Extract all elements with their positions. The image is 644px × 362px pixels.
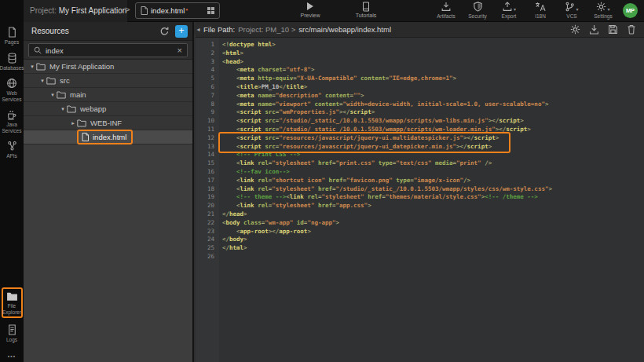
code-line-7[interactable]: 7 <meta name="description" content=""> [196, 92, 644, 101]
chevron-down-icon: ▾ [576, 6, 578, 12]
folder-icon [67, 105, 76, 113]
tree-item-my-first-application[interactable]: ▾My First Application [24, 60, 192, 74]
code-line-4[interactable]: 4 <meta charset="utf-8"> [196, 66, 644, 75]
sidebar-overflow-button[interactable]: ••• [0, 353, 24, 359]
editor-settings-gear-icon[interactable] [570, 24, 580, 35]
file-icon [141, 6, 148, 15]
code-line-10[interactable]: 10 <script src="/studio/_static_/10.0.1.… [196, 117, 644, 126]
java-services-cup-icon [6, 109, 17, 120]
code-line-15[interactable]: 15 <link rel="stylesheet" href="print.cs… [196, 159, 644, 168]
tab-index-html[interactable]: index.html * [135, 2, 220, 19]
search-input[interactable]: index × [28, 43, 188, 57]
delete-trash-icon[interactable] [627, 24, 636, 35]
vcs-branch-icon: ▾ [565, 2, 578, 12]
code-line-23[interactable]: 23 <app-root></app-root> [196, 228, 644, 236]
layout-grid-icon[interactable] [207, 7, 214, 14]
topbar-tool-security[interactable]: Security [467, 2, 488, 20]
clear-search-icon[interactable]: × [177, 46, 182, 54]
code-line-2[interactable]: 2<html> [196, 49, 644, 58]
file-path-project: Project: PM_10 > [238, 25, 295, 34]
caret-expanded-icon: ▾ [49, 92, 57, 98]
code-line-6[interactable]: 6 <title>PM_10</title> [196, 83, 644, 92]
resources-search-row: index × [24, 41, 192, 60]
code-line-14[interactable]: 14 <!-- Print CSS --> [196, 151, 644, 159]
save-file-icon[interactable] [608, 24, 618, 35]
add-resource-button[interactable]: + [175, 25, 188, 38]
tree-item-index-html[interactable]: index.html [24, 130, 192, 144]
sidebar-item-databases[interactable]: Databases [0, 53, 24, 71]
file-path-label: File Path: [203, 25, 235, 34]
file-path-bar: File Path: Project: PM_10 > src/main/web… [196, 22, 644, 38]
code-line-20[interactable]: 20 <link rel="stylesheet" href="app.css"… [196, 202, 644, 210]
sidebar-item-logs[interactable]: Logs [0, 324, 24, 343]
tree-item-web-inf[interactable]: ▸WEB-INF [24, 116, 192, 130]
topbar-tool-i18n[interactable]: I18N [529, 2, 551, 20]
file-icon [82, 133, 89, 141]
code-line-17[interactable]: 17 <link rel="shortcut icon" href="favic… [196, 177, 644, 185]
tutorials-book-icon [361, 2, 371, 12]
resources-title: Resources [31, 27, 69, 35]
project-name: My First Application [59, 6, 127, 15]
sidebar-item-web-services[interactable]: Web Services [0, 78, 24, 102]
topbar-tool-vcs[interactable]: ▾VCS [561, 2, 583, 20]
resources-header: Resources + [24, 22, 192, 41]
folder-icon [46, 77, 56, 85]
tree-item-webapp[interactable]: ▾webapp [24, 102, 192, 116]
preview-button[interactable]: Preview [292, 2, 328, 18]
tree-item-main[interactable]: ▾main [24, 88, 192, 102]
code-line-16[interactable]: 16 <!--fav icon--> [196, 168, 644, 177]
tutorials-button[interactable]: Tutorials [348, 2, 384, 18]
export-upload-icon: ▾ [502, 2, 516, 12]
folder-icon [77, 119, 86, 127]
project-breadcrumb: Project: My First Application [30, 6, 126, 15]
download-file-icon[interactable] [589, 24, 599, 35]
code-line-3[interactable]: 3<head> [196, 58, 644, 67]
code-line-8[interactable]: 8 <meta name="viewport" content="width=d… [196, 101, 644, 109]
code-line-25[interactable]: 25</html> [196, 244, 644, 253]
code-line-11[interactable]: 11 <script src="/studio/_static_/10.0.1.… [196, 126, 644, 134]
editor-area: ◂ File Path: Project: PM_10 > src/main/w… [196, 22, 644, 362]
web-services-globe-icon [6, 78, 17, 89]
code-line-26[interactable]: 26 [196, 253, 644, 261]
i18n-language-icon [535, 2, 547, 12]
sidebar-item-java-services[interactable]: Java Services [0, 109, 24, 133]
top-bar: Project: My First Application > index.ht… [0, 0, 644, 22]
code-line-22[interactable]: 22<body class="wm-app" id="ng-app"> [196, 219, 644, 228]
topbar-tool-artifacts[interactable]: Artifacts [435, 2, 457, 20]
user-avatar[interactable]: MP [623, 3, 638, 18]
tab-modified-marker: * [185, 7, 188, 14]
code-line-19[interactable]: 19 <!-- theme --><link rel="stylesheet" … [196, 193, 644, 202]
activity-sidebar: PagesDatabasesWeb ServicesJava ServicesA… [0, 0, 24, 362]
collapse-panel-icon[interactable]: ◂ [194, 24, 203, 35]
security-shield-icon [473, 2, 483, 12]
file-path-value: src/main/webapp/index.html [298, 25, 391, 34]
sidebar-item-apis[interactable]: APIs [0, 141, 24, 159]
code-line-5[interactable]: 5 <meta http-equiv="X-UA-Compatible" con… [196, 75, 644, 83]
caret-expanded-icon: ▾ [38, 78, 46, 84]
code-line-9[interactable]: 9 <script src="wmProperties.js"></script… [196, 108, 644, 117]
code-line-18[interactable]: 18 <link rel="stylesheet" href="/studio/… [196, 185, 644, 194]
logs-icon [7, 324, 17, 335]
play-icon [307, 2, 313, 10]
code-line-21[interactable]: 21</head> [196, 210, 644, 219]
refresh-icon[interactable] [159, 26, 170, 36]
tree-item-src[interactable]: ▾src [24, 74, 192, 88]
code-editor[interactable]: 1<!doctype html>2<html>3<head>4 <meta ch… [196, 38, 644, 362]
chevron-down-icon: ▾ [514, 6, 516, 12]
sidebar-item-pages[interactable]: Pages [0, 27, 24, 46]
topbar-tool-export[interactable]: ▾Export [498, 2, 520, 20]
chevron-down-icon: ▾ [607, 6, 609, 12]
databases-icon [7, 53, 17, 64]
caret-expanded-icon: ▾ [28, 64, 36, 70]
code-line-12[interactable]: 12 <script src="resources/javascript/jqu… [196, 134, 644, 143]
code-line-24[interactable]: 24</body> [196, 236, 644, 244]
sidebar-item-file-explorer[interactable]: File Explorer [0, 287, 24, 318]
file-tree: ▾My First Application▾src▾main▾webapp▸WE… [24, 60, 192, 144]
search-value: index [46, 46, 174, 55]
caret-collapsed-icon: ▸ [69, 120, 77, 126]
resources-panel: Resources + index × ▾My First Applicatio… [24, 22, 194, 362]
topbar-tool-settings[interactable]: ▾Settings [592, 2, 614, 20]
code-line-1[interactable]: 1<!doctype html> [196, 41, 644, 49]
code-line-13[interactable]: 13 <script src="resources/javascript/jqu… [196, 143, 644, 152]
tab-file-name: index.html [151, 6, 185, 15]
